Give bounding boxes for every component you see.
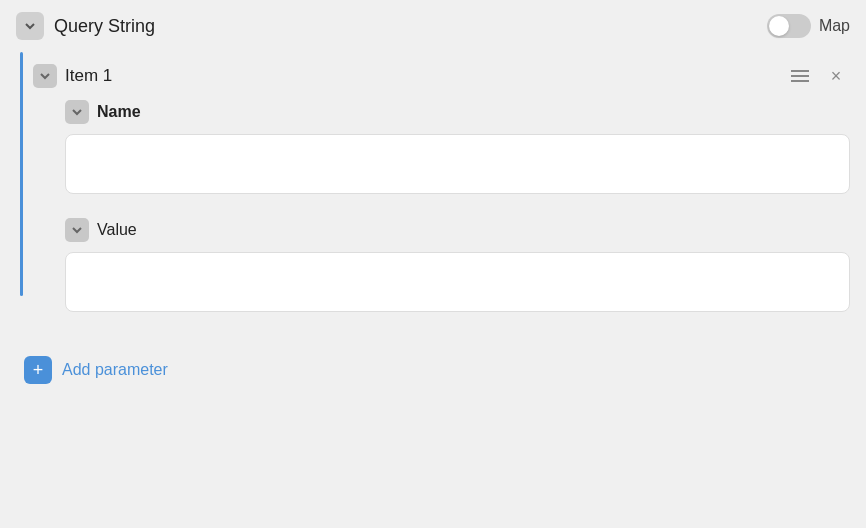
value-input[interactable] — [65, 252, 850, 312]
item-label: Item 1 — [65, 66, 778, 86]
item-row: Item 1 × — [25, 52, 866, 100]
value-field-group: Value — [65, 218, 850, 316]
close-icon[interactable]: × — [822, 62, 850, 90]
toggle-knob — [769, 16, 789, 36]
add-param-section: + Add parameter — [0, 340, 866, 400]
main-container: Query String Map Item 1 — [0, 0, 866, 528]
add-parameter-label[interactable]: Add parameter — [62, 361, 168, 379]
page-title: Query String — [54, 16, 757, 37]
main-content: Item 1 × — [0, 52, 866, 336]
add-parameter-button[interactable]: + — [24, 356, 52, 384]
name-collapse-button[interactable] — [65, 100, 89, 124]
value-label: Value — [97, 221, 137, 239]
name-label: Name — [97, 103, 141, 121]
value-label-row: Value — [65, 218, 850, 242]
header-row: Query String Map — [0, 0, 866, 52]
name-label-row: Name — [65, 100, 850, 124]
item-collapse-button[interactable] — [33, 64, 57, 88]
name-input[interactable] — [65, 134, 850, 194]
header-collapse-button[interactable] — [16, 12, 44, 40]
name-field-group: Name — [65, 100, 850, 198]
items-section: Item 1 × — [20, 52, 866, 336]
fields-section: Name Value — [25, 100, 866, 316]
map-toggle[interactable] — [767, 14, 811, 38]
value-collapse-button[interactable] — [65, 218, 89, 242]
map-label: Map — [819, 17, 850, 35]
hamburger-icon[interactable] — [786, 62, 814, 90]
toggle-wrap: Map — [767, 14, 850, 38]
